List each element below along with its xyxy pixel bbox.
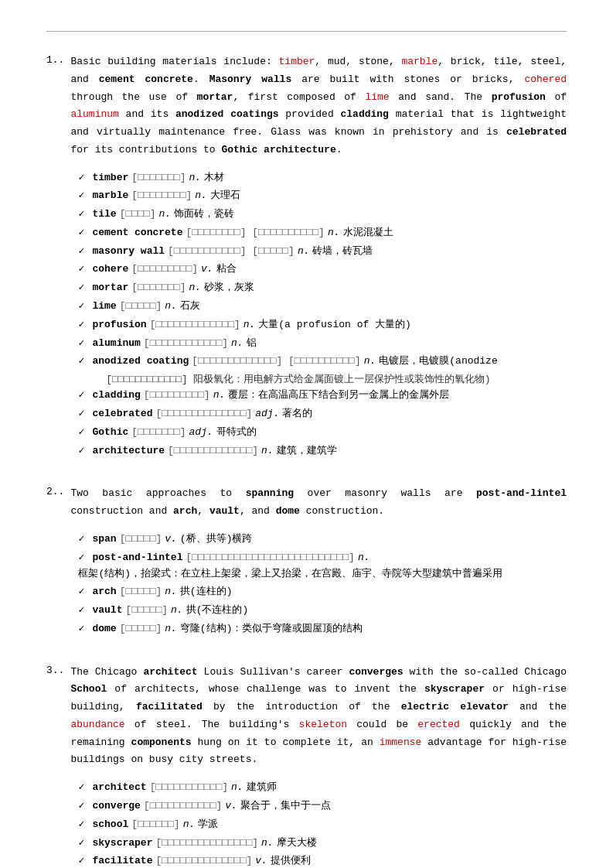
checkmark-icon: ✓ — [78, 244, 92, 260]
para-segment: and its — [119, 108, 175, 120]
vocab-def: 大理石 — [210, 188, 240, 204]
item-content-2: Two basic approaches to spanning over ma… — [70, 485, 567, 644]
para-segment: components — [131, 736, 192, 748]
checkmark-icon: ✓ — [78, 280, 92, 296]
numbered-item-3: 3.The Chicago architect Louis Sullivan's… — [46, 664, 567, 868]
vocab-item: ✓mortar[□□□□□□□]n.砂浆，灰浆 — [78, 280, 567, 296]
vocab-phonetic: [□□□□□□□□□□□□] — [144, 336, 228, 352]
checkmark-icon: ✓ — [78, 170, 92, 186]
vocab-subitem: [□□□□□□□□□□□□] 阳极氧化：用电解方式给金属面镀上一层保护性或装饰性… — [78, 372, 567, 388]
vocab-word: tile — [92, 207, 116, 223]
vocab-item: ✓converge[□□□□□□□□□□□]v.聚合于，集中于一点 — [78, 798, 567, 815]
vocab-pos: adj. — [255, 406, 279, 422]
para-segment: timber — [279, 56, 315, 67]
vocab-pos: v. — [225, 798, 237, 815]
vocab-def: 电镀层，电镀膜(anodize — [379, 354, 497, 370]
vocab-def: (桥、拱等)横跨 — [180, 531, 253, 548]
checkmark-icon: ✓ — [78, 836, 92, 852]
vocab-phonetic: [□□□□□□□□□□□] [□□□□□] — [168, 244, 295, 260]
checkmark-icon: ✓ — [78, 531, 92, 548]
vocab-item: ✓timber[□□□□□□□]n.木材 — [78, 170, 567, 186]
vocab-word: celebrated — [92, 406, 152, 422]
vocab-phonetic: [□□□□□□□□□□□] — [144, 798, 222, 815]
vocab-pos: n. — [298, 244, 310, 260]
vocab-pos: n. — [158, 207, 171, 223]
vocab-pos: n. — [231, 336, 243, 352]
vocab-def: 著名的 — [282, 406, 312, 422]
vocab-pos: n. — [165, 584, 177, 600]
vocab-def: 覆层：在高温高压下结合到另一金属上的金属外层 — [228, 388, 449, 404]
para-segment: construction. — [300, 505, 384, 517]
vocab-def: 粘合 — [216, 261, 237, 278]
para-segment: celebrated — [506, 126, 567, 138]
vocab-word: cladding — [92, 388, 140, 404]
vocab-item: ✓vault[□□□□□]n.拱(不连柱的) — [78, 603, 567, 619]
para-segment: aluminum — [70, 108, 118, 120]
vocab-word: arch — [92, 584, 116, 600]
para-segment: for its contributions to — [70, 144, 221, 155]
vocab-pos: n. — [358, 550, 370, 566]
para-segment: anodized coatings — [175, 108, 279, 120]
para-segment: , — [197, 505, 209, 517]
vocab-phonetic: [□□□□□□□□□□□□□] [□□□□□□□□□□] — [192, 354, 360, 370]
vocab-item: ✓cladding[□□□□□□□□□]n.覆层：在高温高压下结合到另一金属上的… — [78, 388, 567, 404]
para-segment: post-and-lintel — [476, 487, 567, 499]
checkmark-icon: ✓ — [78, 603, 92, 619]
vocab-def: 拱(连柱的) — [180, 584, 233, 600]
numbered-item-1: 1.Basic building materials include: timb… — [46, 53, 567, 466]
vocab-item: ✓arch[□□□□□]n.拱(连柱的) — [78, 584, 567, 600]
item-number-1: 1. — [46, 53, 64, 66]
vocab-word: span — [92, 531, 116, 548]
vocab-def: 铝 — [247, 336, 257, 352]
vocab-word: school — [92, 817, 128, 833]
vocab-def: 学派 — [198, 817, 218, 833]
vocab-def: 建筑师 — [247, 780, 277, 796]
checkmark-icon: ✓ — [78, 225, 92, 241]
vocab-pos: n. — [195, 188, 207, 204]
para-segment: School — [70, 683, 107, 695]
vocab-pos: n. — [183, 817, 196, 833]
item-number-3: 3. — [46, 664, 64, 676]
vocab-phonetic: [□□□□□□□] — [131, 425, 186, 441]
vocab-phonetic: [□□□□□□□□□□□□□] — [150, 317, 240, 333]
vocab-word: converge — [92, 798, 140, 815]
para-segment: erected — [417, 719, 460, 730]
para-segment: facilitated — [136, 701, 203, 713]
vocab-def: 聚合于，集中于一点 — [240, 798, 331, 815]
para-segment: converges — [349, 666, 403, 678]
vocab-list-2: ✓span[□□□□□]v.(桥、拱等)横跨✓post-and-lintel[□… — [70, 531, 567, 637]
vocab-word: anodized coating — [92, 354, 189, 370]
vocab-def: 拱(不连柱的) — [186, 603, 249, 619]
vocab-item: ✓lime[□□□□□]n.石灰 — [78, 299, 567, 315]
vocab-word: mortar — [92, 280, 128, 296]
para-segment: Louis Sullivan's career — [198, 666, 349, 678]
para-segment: of steel. The building's — [125, 719, 299, 730]
vocab-phonetic: [□□□□□□□□] — [131, 188, 192, 204]
para-segment: mortar — [197, 91, 233, 103]
para-segment: could be — [347, 719, 417, 730]
checkmark-icon: ✓ — [78, 550, 92, 566]
vocab-phonetic: [□□□□□□□] — [131, 170, 186, 186]
para-segment: , first composed of — [233, 91, 365, 103]
checkmark-icon: ✓ — [78, 853, 92, 868]
para-segment: , and — [240, 505, 276, 517]
vocab-def: 水泥混凝土 — [343, 225, 393, 241]
vocab-def: 框架(结构)，抬梁式：在立柱上架梁，梁上又抬梁，在宫殿、庙宇、寺院等大型建筑中普… — [78, 566, 502, 583]
vocab-def: 穹隆(结构)：类似于穹隆或圆屋顶的结构 — [180, 621, 363, 637]
checkmark-icon: ✓ — [78, 584, 92, 600]
vocab-phonetic: [□□□□□] — [125, 603, 168, 619]
para-segment: profusion — [492, 91, 546, 103]
vocab-item: ✓post-and-lintel[□□□□□□□□□□□□□□□□□□□□□□□… — [78, 550, 567, 583]
vocab-word: aluminum — [92, 336, 140, 352]
para-segment: Basic building materials include: — [70, 56, 278, 67]
para-segment: lime — [365, 91, 389, 103]
vocab-phonetic: [□□□□□□□□□□□□□□] — [155, 406, 252, 422]
vocab-pos: n. — [189, 170, 201, 186]
vocab-word: lime — [92, 299, 116, 315]
vocab-item: ✓profusion[□□□□□□□□□□□□□]n.大量(a profusio… — [78, 317, 567, 333]
para-segment: over masonry walls are — [294, 487, 476, 499]
vocab-phonetic: [□□□□□□□□□] — [144, 388, 210, 404]
vocab-word: timber — [92, 170, 128, 186]
vocab-def: 砂浆，灰浆 — [204, 280, 254, 296]
item-content-1: Basic building materials include: timber… — [70, 53, 567, 466]
